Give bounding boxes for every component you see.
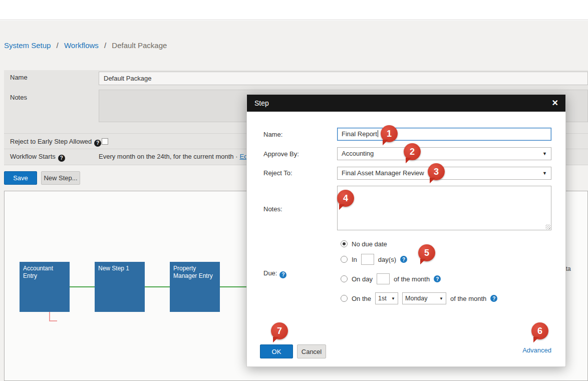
- step-name-input[interactable]: Final Report: [337, 128, 551, 141]
- callout-7: 7: [271, 322, 288, 339]
- due-label: Due:?: [263, 267, 286, 280]
- in-days-input[interactable]: [361, 254, 374, 265]
- weekday-select[interactable]: Monday ▼: [402, 292, 446, 304]
- resize-grip[interactable]: [545, 224, 550, 229]
- chevron-down-icon: ▼: [439, 296, 443, 301]
- package-name-input[interactable]: Default Package: [99, 72, 588, 85]
- notes-label: Notes: [10, 94, 27, 101]
- ordinal-value: 1st: [378, 295, 387, 302]
- new-step-button[interactable]: New Step...: [41, 171, 80, 185]
- reject-to-early-label: Reject to Early Step Allowed?: [10, 135, 101, 148]
- help-icon[interactable]: ?: [400, 256, 407, 263]
- workflow-node-new-step-1[interactable]: New Step 1: [95, 262, 145, 312]
- approve-by-label: Approve By:: [263, 148, 299, 161]
- on-the-label: On the: [352, 295, 371, 302]
- step-modal: Step ✕ Name: Final Report Approve By: Ac…: [246, 94, 566, 367]
- radio-on-the[interactable]: [341, 295, 348, 302]
- no-due-date-label: No due date: [352, 240, 387, 248]
- workflow-node-accountant-entry[interactable]: Accountant Entry: [20, 262, 70, 312]
- top-bar: [0, 0, 588, 20]
- on-day-input[interactable]: [377, 273, 390, 284]
- step-notes-textarea[interactable]: [337, 186, 551, 230]
- radio-in-days[interactable]: [341, 256, 348, 263]
- step-modal-header: Step ✕: [247, 95, 565, 112]
- callout-3: 3: [428, 163, 445, 180]
- chevron-down-icon: ▼: [542, 167, 547, 179]
- breadcrumb-separator: /: [104, 41, 106, 50]
- chevron-down-icon: ▼: [391, 296, 395, 301]
- reject-to-value: Final Asset Manager Review: [342, 169, 424, 177]
- approve-by-value: Accounting: [342, 150, 374, 157]
- callout-5: 5: [418, 244, 435, 261]
- step-name-label: Name:: [263, 128, 282, 141]
- due-option-on-day: On day of the month ?: [341, 272, 441, 285]
- due-option-on-the: On the 1st ▼ Monday ▼ of the month ?: [341, 292, 497, 305]
- due-label-text: Due:: [263, 269, 277, 277]
- text-cursor: [378, 130, 378, 137]
- save-button[interactable]: Save: [4, 171, 37, 185]
- page: System Setup / Workflows / Default Packa…: [0, 0, 588, 381]
- approve-by-select[interactable]: Accounting ▼: [337, 147, 551, 160]
- cancel-button[interactable]: Cancel: [297, 344, 326, 358]
- workflow-node-property-manager-entry[interactable]: Property Manager Entry: [170, 262, 220, 312]
- callout-2: 2: [404, 143, 421, 160]
- breadcrumb-current-page: Default Package: [112, 41, 167, 50]
- workflow-starts-value: Every month on the 24th, for the current…: [99, 150, 251, 163]
- reject-path-line: [49, 320, 57, 321]
- help-icon[interactable]: ?: [94, 140, 101, 147]
- breadcrumb-separator: /: [57, 41, 59, 50]
- days-label: day(s): [378, 256, 396, 263]
- close-icon[interactable]: ✕: [552, 95, 558, 112]
- breadcrumb-workflows[interactable]: Workflows: [64, 41, 99, 50]
- callout-6: 6: [531, 322, 548, 339]
- workflow-starts-label: Workflow Starts?: [10, 150, 65, 163]
- radio-on-day[interactable]: [341, 275, 348, 282]
- name-label: Name: [10, 74, 28, 81]
- of-the-month-label: of the month: [450, 295, 486, 302]
- of-the-month-label: of the month: [394, 275, 430, 283]
- reject-to-label: Reject To:: [263, 167, 292, 180]
- step-modal-title: Step: [254, 95, 269, 112]
- callout-4: 4: [337, 190, 354, 207]
- advanced-link[interactable]: Advanced: [522, 346, 551, 354]
- breadcrumb: System Setup / Workflows / Default Packa…: [4, 41, 167, 50]
- breadcrumb-system-setup[interactable]: System Setup: [4, 41, 51, 50]
- package-name-value: Default Package: [104, 75, 151, 82]
- weekday-value: Monday: [405, 295, 427, 302]
- on-day-label: On day: [352, 275, 373, 283]
- radio-no-due-date[interactable]: [341, 240, 348, 247]
- help-icon[interactable]: ?: [434, 275, 441, 282]
- help-icon[interactable]: ?: [490, 295, 497, 302]
- step-name-value: Final Report: [342, 130, 377, 138]
- workflow-starts-value-text: Every month on the 24th, for the current…: [99, 153, 237, 160]
- due-option-in-days: In day(s) ?: [341, 253, 407, 266]
- step-notes-label: Notes:: [263, 203, 282, 216]
- in-label: In: [352, 256, 357, 263]
- due-option-no-due-date: No due date: [341, 237, 387, 250]
- ordinal-select[interactable]: 1st ▼: [375, 292, 398, 304]
- help-icon[interactable]: ?: [279, 271, 286, 278]
- callout-1: 1: [381, 125, 398, 142]
- workflow-starts-label-text: Workflow Starts: [10, 153, 56, 160]
- reject-to-early-checkbox[interactable]: [102, 138, 108, 145]
- reject-to-early-label-text: Reject to Early Step Allowed: [10, 138, 92, 145]
- chevron-down-icon: ▼: [542, 148, 547, 160]
- ok-button[interactable]: OK: [260, 344, 293, 358]
- help-icon[interactable]: ?: [58, 155, 65, 162]
